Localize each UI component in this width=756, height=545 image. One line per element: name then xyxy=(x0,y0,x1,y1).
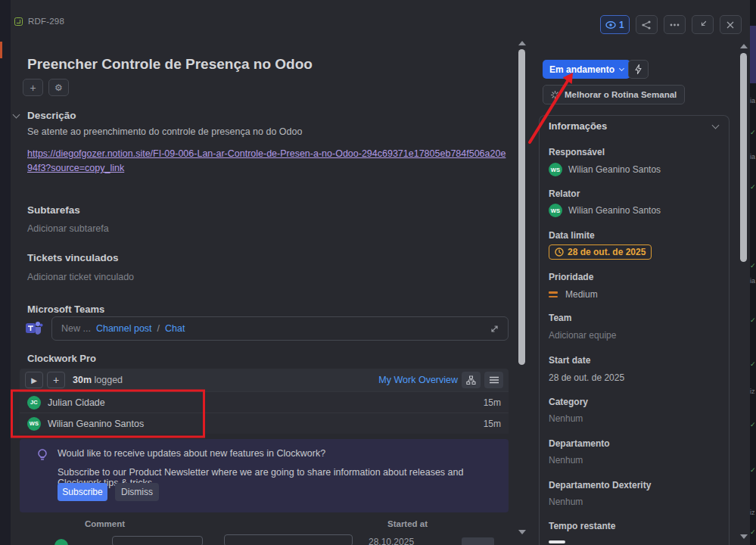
bolt-icon xyxy=(635,64,642,74)
scroll-up-arrow[interactable] xyxy=(740,44,748,48)
priority-medium-icon xyxy=(549,291,558,300)
time-entry-row[interactable]: WS Wilian Geanino Santos 15m xyxy=(20,413,509,434)
field-value-prioridade[interactable]: Medium xyxy=(565,289,598,300)
expand-icon[interactable] xyxy=(490,325,499,333)
scroll-down-arrow[interactable] xyxy=(740,534,748,539)
field-label-responsavel: Responsável xyxy=(549,147,605,157)
play-icon: ▶ xyxy=(31,376,37,385)
task-modal-screen: ia ✓ ia ✓ ✓ ia ✓ ✓ iz ✓ ✓ iz ✓ RDF-298 1 xyxy=(0,0,756,545)
plus-icon: + xyxy=(53,374,59,386)
time-entry-duration: 15m xyxy=(484,419,501,429)
task-id: RDF-298 xyxy=(28,17,64,26)
ellipsis-icon xyxy=(670,23,680,26)
status-dropdown[interactable]: Em andamento xyxy=(543,60,630,79)
field-value-category[interactable]: Nenhum xyxy=(549,413,583,424)
add-team-button[interactable]: Adicionar equipe xyxy=(549,330,616,341)
save-entry-button[interactable] xyxy=(462,537,494,545)
share-icon xyxy=(642,20,651,30)
sitemap-icon xyxy=(466,375,476,385)
more-options-button[interactable] xyxy=(664,15,686,34)
scroll-up-arrow[interactable] xyxy=(518,41,526,45)
field-value-relator[interactable]: WS Wilian Geanino Santos xyxy=(549,204,661,217)
minimize-button[interactable] xyxy=(692,15,714,34)
teams-channel-post-link[interactable]: Channel post xyxy=(96,323,152,334)
teams-title: Microsoft Teams xyxy=(27,304,104,315)
page-title: Preencher Controle de Presença no Odoo xyxy=(27,56,496,73)
clockwork-toolbar: ▶ + 30m logged My Work Overview xyxy=(20,369,509,391)
tag-label: Melhorar o Rotina Semanal xyxy=(565,90,677,99)
info-panel-title: Informações xyxy=(549,120,607,132)
add-button[interactable]: + xyxy=(23,79,43,96)
settings-button[interactable]: ⚙ xyxy=(48,79,69,96)
teams-icon xyxy=(25,320,43,337)
title-actions: + ⚙ xyxy=(23,79,69,96)
my-work-overview-link[interactable]: My Work Overview xyxy=(378,375,458,385)
avatar: WS xyxy=(549,204,562,217)
add-subtask-button[interactable]: Adicionar subtarefa xyxy=(27,223,109,234)
background-accent xyxy=(0,42,2,58)
newsletter-banner: Would like to receive updates about new … xyxy=(20,439,509,512)
comment-input[interactable] xyxy=(224,534,353,545)
teams-separator: / xyxy=(157,323,160,334)
subtasks-title: Subtarefas xyxy=(27,204,80,216)
dismiss-button[interactable]: Dismiss xyxy=(115,483,159,501)
tickets-title: Tickets vinculados xyxy=(27,252,119,263)
breadcrumb[interactable]: RDF-298 xyxy=(14,17,64,26)
due-date-value: 28 de out. de 2025 xyxy=(568,247,646,257)
scroll-down-arrow[interactable] xyxy=(518,530,526,534)
share-button[interactable] xyxy=(636,15,658,34)
close-button[interactable] xyxy=(720,15,742,34)
description-title: Descrição xyxy=(27,110,76,121)
newsletter-question: Would like to receive updates about new … xyxy=(58,448,481,459)
description-body: Se atente ao preenchimento do controle d… xyxy=(27,126,496,137)
duration-input[interactable] xyxy=(112,536,203,545)
time-entry-row[interactable]: JC Julian Cidade 15m xyxy=(20,391,509,413)
collapse-icon xyxy=(698,20,707,29)
avatar: JC xyxy=(27,396,41,410)
clockwork-title: Clockwork Pro xyxy=(27,353,96,364)
field-label-prioridade: Prioridade xyxy=(549,272,593,282)
field-label-start-date: Start date xyxy=(549,355,590,366)
field-label-team: Team xyxy=(549,313,571,323)
avatar: WS xyxy=(27,417,41,431)
automation-button[interactable] xyxy=(628,60,649,79)
field-value-responsavel[interactable]: WS Wilian Geanino Santos xyxy=(549,163,661,176)
status-label: Em andamento xyxy=(549,64,614,75)
breakdown-view-button[interactable] xyxy=(462,372,481,388)
started-at-value: 28.10.2025 xyxy=(369,537,414,545)
list-icon xyxy=(490,376,499,384)
watchers-count: 1 xyxy=(619,20,624,30)
time-entry-user: Julian Cidade xyxy=(48,397,105,408)
due-date-pill[interactable]: 28 de out. de 2025 xyxy=(549,244,652,260)
description-link[interactable]: https://diegofgozer.notion.site/FI-09-00… xyxy=(27,147,507,176)
add-ticket-button[interactable]: Adicionar ticket vinculado xyxy=(27,272,134,282)
gear-icon: ⚙ xyxy=(54,83,63,93)
teams-actions-box: New ... Channel post / Chat xyxy=(51,316,509,341)
subscribe-button[interactable]: Subscribe xyxy=(58,483,107,501)
field-label-departamento-dexterity: Departamento Dexterity xyxy=(549,480,651,490)
watchers-button[interactable]: 1 xyxy=(600,15,630,34)
main-scrollbar[interactable] xyxy=(518,49,525,365)
list-view-button[interactable] xyxy=(484,372,503,388)
field-label-tempo-restante: Tempo restante xyxy=(549,521,615,531)
field-value-departamento-dexterity[interactable]: Nenhum xyxy=(549,497,583,507)
plus-icon: + xyxy=(30,82,36,94)
field-value-departamento[interactable]: Nenhum xyxy=(549,455,583,466)
reporter-name: Wilian Geanino Santos xyxy=(568,205,661,216)
sidebar-scrollbar[interactable] xyxy=(740,53,747,262)
comment-column-header: Comment xyxy=(85,519,125,528)
sparkle-icon xyxy=(551,91,559,99)
lightbulb-icon xyxy=(36,448,48,462)
teams-chat-link[interactable]: Chat xyxy=(165,323,185,334)
start-timer-button[interactable]: ▶ xyxy=(25,372,43,388)
background-app-left-edge xyxy=(0,0,11,545)
started-at-column-header: Started at xyxy=(387,519,428,528)
task-tag[interactable]: Melhorar o Rotina Semanal xyxy=(543,85,685,104)
field-label-data-limite: Data limite xyxy=(549,230,595,241)
field-label-category: Category xyxy=(549,397,588,407)
time-entry-user: Wilian Geanino Santos xyxy=(48,419,144,429)
add-time-button[interactable]: + xyxy=(47,372,65,388)
eye-icon xyxy=(605,21,616,29)
clock-icon xyxy=(555,248,564,257)
field-value-start-date[interactable]: 28 de out. de 2025 xyxy=(549,372,624,383)
